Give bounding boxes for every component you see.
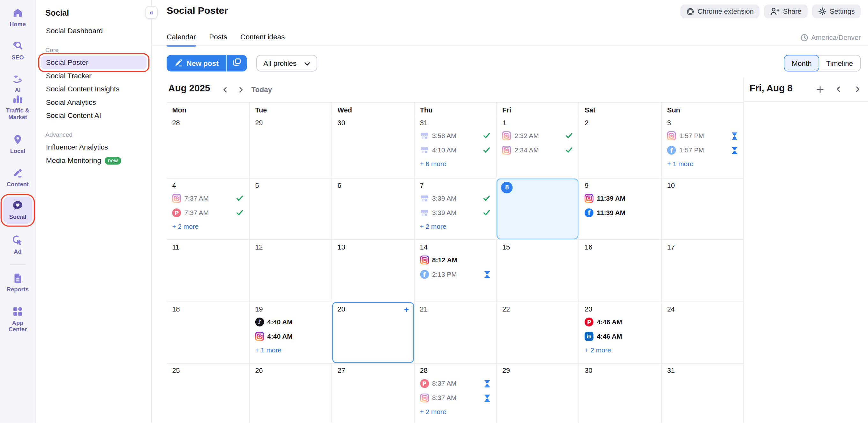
- sidebar-item-social-tracker[interactable]: Social Tracker: [41, 69, 147, 83]
- rail-item-social[interactable]: Social: [3, 197, 32, 224]
- rail-item-traffic-market[interactable]: Traffic & Market: [3, 93, 32, 120]
- post-event[interactable]: G 3:58 AM: [420, 130, 491, 142]
- post-event[interactable]: 7:37 AM: [172, 193, 244, 204]
- prev-month-button[interactable]: [220, 84, 231, 95]
- next-day-button[interactable]: [852, 84, 862, 94]
- published-check-icon: [483, 208, 491, 216]
- more-posts-link[interactable]: + 2 more: [420, 222, 491, 230]
- post-event[interactable]: 11:39 AM: [585, 193, 655, 204]
- tab-content-ideas[interactable]: Content ideas: [240, 33, 285, 46]
- sidebar-item-social-content-insights[interactable]: Social Content Insights: [41, 82, 147, 96]
- more-posts-link[interactable]: + 6 more: [420, 160, 491, 168]
- day-cell-15[interactable]: 15: [496, 239, 579, 301]
- day-cell-20[interactable]: 20+: [332, 301, 414, 363]
- day-cell-8[interactable]: 8: [496, 178, 579, 239]
- today-button[interactable]: Today: [251, 85, 272, 94]
- day-cell-11[interactable]: 11: [166, 239, 249, 301]
- day-cell-6[interactable]: 6: [332, 178, 414, 239]
- prev-day-button[interactable]: [834, 84, 843, 94]
- post-event[interactable]: 4:40 AM: [255, 331, 326, 342]
- day-cell-18[interactable]: 18: [166, 301, 249, 363]
- more-posts-link[interactable]: + 2 more: [420, 408, 491, 416]
- chrome-extension-button[interactable]: Chrome extension: [680, 4, 760, 18]
- day-cell-30[interactable]: 30: [579, 363, 661, 423]
- post-event[interactable]: in 4:46 AM: [585, 331, 655, 342]
- collapse-sidebar-button[interactable]: «: [145, 6, 158, 19]
- sidebar-item-social-content-ai[interactable]: Social Content AI: [41, 109, 147, 123]
- post-event[interactable]: P 8:37 AM: [420, 378, 491, 389]
- day-cell-17[interactable]: 17: [661, 239, 743, 301]
- rail-item-app-center[interactable]: App Center: [3, 305, 32, 333]
- day-cell-12[interactable]: 12: [249, 239, 331, 301]
- sidebar-item-social-poster[interactable]: Social Poster: [41, 56, 147, 69]
- view-option-month[interactable]: Month: [784, 55, 819, 72]
- rail-item-local[interactable]: Local: [3, 134, 32, 154]
- sidebar-item-influencer-analytics[interactable]: Influencer Analytics: [41, 141, 147, 154]
- post-event[interactable]: P 7:37 AM: [172, 207, 244, 218]
- day-cell-1[interactable]: 1 2:32 AM 2:34 AM: [496, 116, 579, 178]
- day-cell-21[interactable]: 21: [414, 301, 496, 363]
- day-cell-7[interactable]: 7 G 3:39 AM G 3:39 AM + 2 more: [414, 178, 496, 239]
- post-event[interactable]: 1:57 PM: [667, 130, 738, 142]
- rail-item-seo[interactable]: SEO: [3, 40, 32, 60]
- share-button[interactable]: Share: [764, 4, 808, 18]
- post-event[interactable]: f 11:39 AM: [585, 207, 655, 218]
- rail-item-ad[interactable]: Ad: [3, 234, 32, 255]
- day-cell-28[interactable]: 28: [166, 116, 249, 178]
- day-cell-13[interactable]: 13: [332, 239, 414, 301]
- day-cell-30[interactable]: 30: [332, 116, 414, 178]
- post-event[interactable]: 8:37 AM: [420, 392, 491, 403]
- day-cell-31[interactable]: 31: [661, 363, 743, 423]
- day-cell-22[interactable]: 22: [496, 301, 579, 363]
- sidebar-item-media-monitoring[interactable]: Media Monitoringnew: [41, 154, 147, 167]
- next-month-button[interactable]: [235, 84, 246, 95]
- tab-posts[interactable]: Posts: [209, 33, 227, 46]
- day-cell-29[interactable]: 29: [249, 116, 331, 178]
- post-event[interactable]: 2:32 AM: [502, 130, 573, 142]
- profiles-dropdown[interactable]: All profiles: [256, 55, 317, 72]
- add-post-plus-icon[interactable]: +: [404, 305, 409, 314]
- day-cell-2[interactable]: 2: [579, 116, 661, 178]
- day-cell-27[interactable]: 27: [332, 363, 414, 423]
- rail-item-home[interactable]: Home: [3, 7, 32, 27]
- day-cell-5[interactable]: 5: [249, 178, 331, 239]
- post-event[interactable]: ♪ 4:40 AM: [255, 316, 326, 328]
- settings-button[interactable]: Settings: [812, 4, 861, 18]
- day-cell-24[interactable]: 24: [661, 301, 743, 363]
- day-cell-9[interactable]: 9 11:39 AM f 11:39 AM: [579, 178, 661, 239]
- post-event[interactable]: 2:34 AM: [502, 145, 573, 156]
- sidebar-item-social-dashboard[interactable]: Social Dashboard: [41, 24, 147, 38]
- add-post-button[interactable]: [815, 84, 825, 94]
- day-cell-23[interactable]: 23 P 4:46 AM in 4:46 AM + 2 more: [579, 301, 661, 363]
- more-posts-link[interactable]: + 1 more: [255, 346, 326, 354]
- sidebar-item-social-analytics[interactable]: Social Analytics: [41, 96, 147, 109]
- post-event[interactable]: f 2:13 PM: [420, 269, 491, 280]
- day-cell-31[interactable]: 31 G 3:58 AM G 4:10 AM + 6 more: [414, 116, 496, 178]
- view-option-timeline[interactable]: Timeline: [819, 55, 860, 71]
- post-event[interactable]: G 3:39 AM: [420, 207, 491, 218]
- more-posts-link[interactable]: + 2 more: [585, 346, 655, 354]
- more-posts-link[interactable]: + 1 more: [667, 160, 738, 168]
- rail-item-ai[interactable]: AI: [3, 73, 32, 93]
- day-cell-25[interactable]: 25: [166, 363, 249, 423]
- post-event[interactable]: f 1:57 PM: [667, 145, 738, 156]
- post-event[interactable]: G 4:10 AM: [420, 145, 491, 156]
- more-posts-link[interactable]: + 2 more: [172, 222, 244, 230]
- post-event[interactable]: P 4:46 AM: [585, 316, 655, 328]
- day-cell-28[interactable]: 28 P 8:37 AM 8:37 AM + 2 more: [414, 363, 496, 423]
- rail-item-reports[interactable]: Reports: [3, 272, 32, 293]
- tab-calendar[interactable]: Calendar: [166, 33, 196, 46]
- rail-item-content[interactable]: Content: [3, 167, 32, 187]
- day-cell-3[interactable]: 3 1:57 PM f 1:57 PM + 1 more: [661, 116, 743, 178]
- day-cell-10[interactable]: 10: [661, 178, 743, 239]
- day-cell-19[interactable]: 19 ♪ 4:40 AM 4:40 AM + 1 more: [249, 301, 331, 363]
- day-cell-16[interactable]: 16: [579, 239, 661, 301]
- day-cell-4[interactable]: 4 7:37 AM P 7:37 AM + 2 more: [166, 178, 249, 239]
- post-event[interactable]: 8:12 AM: [420, 254, 491, 265]
- day-cell-14[interactable]: 14 8:12 AM f 2:13 PM: [414, 239, 496, 301]
- new-post-button[interactable]: New post: [166, 55, 226, 72]
- bulk-post-button[interactable]: [227, 55, 247, 72]
- day-cell-29[interactable]: 29: [496, 363, 579, 423]
- day-cell-26[interactable]: 26: [249, 363, 331, 423]
- post-event[interactable]: G 3:39 AM: [420, 193, 491, 204]
